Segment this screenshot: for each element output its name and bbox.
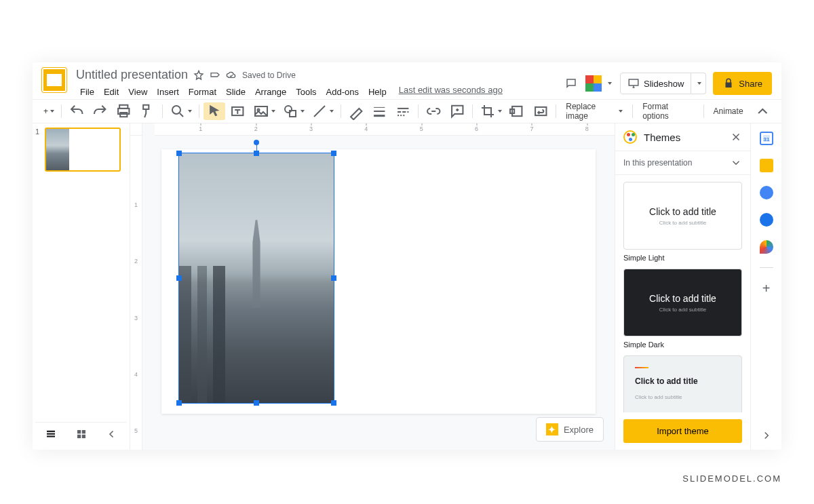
crop-button[interactable] (477, 102, 505, 120)
redo-button[interactable] (89, 102, 111, 120)
slide-canvas[interactable] (161, 149, 596, 414)
watermark: SLIDEMODEL.COM (682, 473, 781, 484)
resize-handle-s[interactable] (254, 400, 259, 406)
toolbar: + Replace image Format options Animate (33, 99, 781, 123)
chevron-right-icon[interactable] (760, 429, 773, 442)
move-icon[interactable] (210, 70, 220, 81)
slides-logo-icon[interactable] (42, 68, 66, 92)
menu-bar: File Edit View Insert Format Slide Arran… (76, 85, 565, 99)
theme-simple-light[interactable]: Click to add title Click to add subtitle (623, 182, 742, 250)
resize-handle-ne[interactable] (331, 151, 336, 156)
grid-view-icon[interactable] (75, 428, 88, 440)
svg-rect-27 (81, 430, 85, 433)
svg-point-4 (172, 106, 180, 114)
filmstrip-view-icon[interactable] (45, 428, 57, 440)
svg-rect-13 (398, 108, 408, 109)
side-panel-rail: 31 + (750, 123, 781, 450)
svg-rect-29 (81, 435, 85, 438)
link-button[interactable] (423, 102, 445, 120)
menu-insert[interactable]: Insert (153, 85, 183, 99)
slideshow-dropdown[interactable] (691, 73, 706, 94)
menu-tools[interactable]: Tools (292, 85, 320, 99)
undo-button[interactable] (66, 102, 88, 120)
menu-view[interactable]: View (124, 85, 151, 99)
themes-scope-dropdown[interactable]: In this presentation (615, 151, 750, 175)
slide-number: 1 (35, 128, 42, 172)
textbox-tool[interactable] (227, 102, 249, 120)
border-weight-button[interactable] (368, 102, 391, 120)
shape-tool[interactable] (279, 102, 307, 120)
theme-name: Simple Light (623, 254, 742, 262)
calendar-icon[interactable]: 31 (760, 132, 773, 145)
cloud-icon (226, 70, 237, 81)
vertical-ruler: 12345 (130, 136, 142, 450)
svg-rect-12 (374, 115, 385, 117)
star-icon[interactable] (193, 70, 204, 81)
select-tool[interactable] (204, 102, 226, 120)
paint-format-button[interactable] (136, 102, 158, 120)
lock-icon (722, 77, 735, 90)
print-button[interactable] (113, 102, 135, 120)
svg-rect-17 (398, 115, 399, 116)
chevron-down-icon (730, 157, 742, 169)
svg-rect-22 (535, 107, 546, 115)
themes-panel: Themes In this presentation Click to add… (615, 123, 750, 450)
reset-image-button[interactable] (530, 102, 552, 120)
collapse-toolbar-button[interactable] (752, 102, 774, 120)
theme-simple-dark[interactable]: Click to add title Click to add subtitle (623, 269, 742, 336)
svg-rect-0 (629, 79, 638, 85)
horizontal-ruler: 12345678 (155, 123, 615, 136)
resize-handle-w[interactable] (176, 275, 182, 281)
format-options-button[interactable]: Format options (637, 102, 699, 120)
menu-addons[interactable]: Add-ons (322, 85, 363, 99)
rotate-handle[interactable] (254, 140, 259, 145)
image-tool[interactable] (250, 102, 278, 120)
slideshow-button[interactable]: Slideshow (620, 73, 691, 94)
import-theme-button[interactable]: Import theme (623, 419, 742, 443)
menu-file[interactable]: File (76, 85, 98, 99)
new-slide-button[interactable]: + (41, 102, 57, 120)
resize-handle-e[interactable] (331, 275, 336, 281)
image-content (179, 153, 334, 403)
resize-handle-n[interactable] (254, 151, 259, 156)
replace-image-button[interactable]: Replace image (560, 102, 628, 120)
mask-button[interactable] (506, 102, 528, 120)
tasks-icon[interactable] (760, 186, 773, 199)
zoom-button[interactable] (167, 102, 195, 120)
close-icon[interactable] (730, 131, 742, 143)
keep-icon[interactable] (760, 159, 773, 172)
resize-handle-se[interactable] (331, 400, 336, 406)
share-label: Share (739, 79, 762, 89)
menu-arrange[interactable]: Arrange (251, 85, 290, 99)
svg-rect-26 (77, 430, 81, 433)
animate-button[interactable]: Animate (708, 102, 749, 120)
title-bar: Untitled presentation Saved to Drive Fil… (33, 62, 781, 99)
selected-image[interactable] (178, 153, 334, 404)
resize-handle-nw[interactable] (176, 151, 182, 156)
border-color-button[interactable] (345, 102, 368, 120)
meet-button[interactable] (584, 74, 613, 93)
last-edit-link[interactable]: Last edit was seconds ago (399, 85, 503, 99)
chevron-left-icon[interactable] (106, 428, 118, 440)
slide-thumbnail[interactable] (45, 128, 121, 172)
menu-edit[interactable]: Edit (100, 85, 123, 99)
menu-slide[interactable]: Slide (222, 85, 250, 99)
theme-streamline[interactable]: Click to add title Click to add subtitle (623, 355, 742, 412)
svg-rect-16 (407, 111, 408, 113)
document-title[interactable]: Untitled presentation (76, 68, 188, 82)
comment-button[interactable] (446, 102, 469, 120)
comments-icon[interactable] (565, 77, 577, 90)
explore-label: Explore (564, 425, 594, 435)
border-dash-button[interactable] (392, 102, 414, 120)
add-addon-icon[interactable]: + (760, 282, 773, 295)
line-tool[interactable] (309, 102, 336, 120)
explore-button[interactable]: ✦ Explore (536, 417, 604, 442)
contacts-icon[interactable] (760, 213, 773, 227)
maps-icon[interactable] (760, 240, 773, 254)
share-button[interactable]: Share (713, 72, 772, 95)
resize-handle-sw[interactable] (176, 400, 182, 406)
menu-help[interactable]: Help (364, 85, 391, 99)
menu-format[interactable]: Format (185, 85, 220, 99)
svg-rect-25 (47, 435, 55, 437)
present-icon (627, 77, 640, 90)
